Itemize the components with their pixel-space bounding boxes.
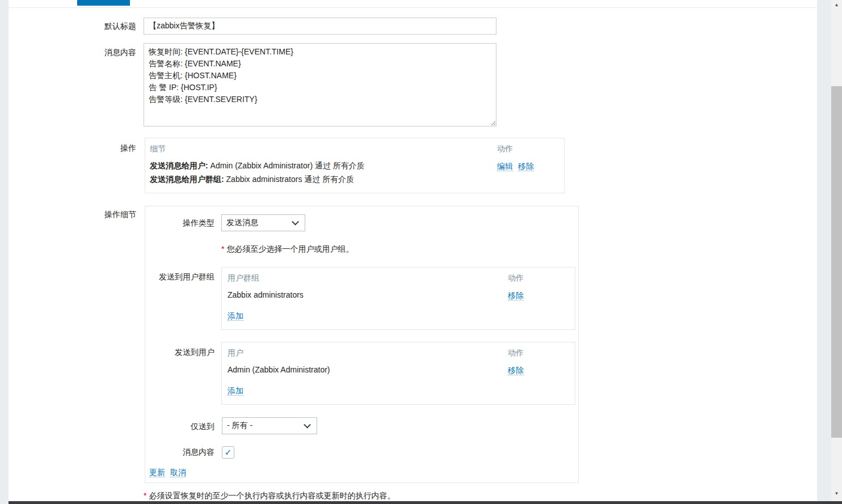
- operation-row-description: 发送消息给用户群组: Zabbix administrators 通过 所有介质: [150, 175, 354, 184]
- check-icon: ✓: [225, 447, 232, 458]
- scroll-up-button[interactable]: ▲: [831, 0, 842, 10]
- users-col-action: 动作: [508, 348, 524, 357]
- operation-type-value: 发送消息: [226, 218, 258, 228]
- footer-note-text: 必须设置恢复时的至少一个执行内容或执行内容或更新时的执行内容。: [149, 491, 395, 500]
- operation-row-type: 发送消息给用户群组:: [150, 175, 224, 184]
- send-only-to-label: 仅送到: [145, 422, 214, 431]
- users-col-name: 用户: [228, 348, 243, 357]
- footer-required-note: *必须设置恢复时的至少一个执行内容或执行内容或更新时的执行内容。: [144, 491, 395, 500]
- user-groups-col-name: 用户群组: [228, 273, 259, 282]
- operation-type-select[interactable]: 发送消息: [221, 214, 305, 231]
- user-name: Admin (Zabbix Administrator): [228, 365, 330, 374]
- operation-row-type: 发送消息给用户:: [150, 161, 208, 170]
- user-group-name: Zabbix administrators: [228, 290, 304, 299]
- operations-col-action: 动作: [497, 144, 513, 153]
- message-content-checkbox-label: 消息内容: [145, 447, 214, 456]
- message-content-textarea[interactable]: 恢复时间: {EVENT.DATE}-{EVENT.TIME} 告警名称: {E…: [144, 43, 496, 126]
- users-add-link[interactable]: 添加: [228, 386, 243, 396]
- cancel-link[interactable]: 取消: [170, 468, 186, 477]
- update-link[interactable]: 更新: [149, 468, 165, 477]
- user-remove-link[interactable]: 移除: [508, 366, 524, 375]
- tabs-bottom-border: [9, 7, 817, 8]
- active-tab-underline[interactable]: [77, 0, 130, 6]
- required-asterisk: *: [144, 491, 146, 500]
- right-gutter: [817, 0, 831, 504]
- message-content-label: 消息内容: [0, 48, 136, 57]
- operation-details-label: 操作细节: [0, 210, 136, 219]
- operation-row-detail: Admin (Zabbix Administrator) 通过 所有介质: [208, 161, 365, 170]
- user-groups-col-action: 动作: [508, 273, 524, 282]
- operation-row-description: 发送消息给用户: Admin (Zabbix Administrator) 通过…: [150, 161, 365, 170]
- form-action-links: 更新取消: [149, 467, 191, 477]
- required-note: *您必须至少选择一个用户或用户组。: [221, 244, 353, 253]
- operation-details-panel: 操作类型 发送消息 *您必须至少选择一个用户或用户组。 发送到用户群组 用户群组…: [145, 206, 579, 483]
- message-content-checkbox[interactable]: ✓: [222, 446, 234, 459]
- send-only-to-value: - 所有 -: [227, 421, 252, 431]
- default-title-input[interactable]: [144, 18, 496, 35]
- operations-panel: 细节 动作 发送消息给用户: Admin (Zabbix Administrat…: [145, 138, 565, 193]
- scroll-thumb[interactable]: [831, 86, 842, 438]
- send-only-to-select[interactable]: - 所有 -: [222, 417, 317, 434]
- operation-type-label: 操作类型: [145, 218, 214, 227]
- page-container: { "page": { "accent_color": "#0275b8", "…: [0, 0, 842, 504]
- taskbar-edge: [0, 501, 842, 504]
- chevron-down-icon: [292, 218, 299, 226]
- required-asterisk: *: [221, 244, 224, 253]
- operation-row-actions: 编辑移除: [497, 162, 539, 171]
- users-panel: 用户 动作 Admin (Zabbix Administrator) 移除 添加: [221, 342, 575, 405]
- user-groups-add-link[interactable]: 添加: [228, 311, 243, 321]
- vertical-scrollbar[interactable]: ▲ ▼: [831, 0, 842, 504]
- chevron-down-icon: [304, 421, 311, 429]
- scroll-up-icon: ▲: [835, 2, 839, 7]
- remove-link[interactable]: 移除: [518, 162, 534, 171]
- scroll-down-icon: ▼: [835, 491, 839, 496]
- default-title-label: 默认标题: [0, 22, 136, 31]
- left-gutter: [0, 0, 9, 504]
- user-group-remove-link[interactable]: 移除: [508, 291, 524, 300]
- edit-link[interactable]: 编辑: [497, 162, 513, 171]
- user-groups-panel: 用户群组 动作 Zabbix administrators 移除 添加: [221, 267, 575, 330]
- operation-row-detail: Zabbix administrators 通过 所有介质: [224, 175, 355, 184]
- send-to-users-label: 发送到用户: [145, 348, 214, 357]
- required-note-text: 您必须至少选择一个用户或用户组。: [226, 244, 353, 253]
- operations-col-details: 细节: [150, 144, 166, 153]
- send-to-user-groups-label: 发送到用户群组: [145, 272, 214, 281]
- scroll-down-button[interactable]: ▼: [831, 489, 842, 498]
- operations-label: 操作: [0, 143, 136, 153]
